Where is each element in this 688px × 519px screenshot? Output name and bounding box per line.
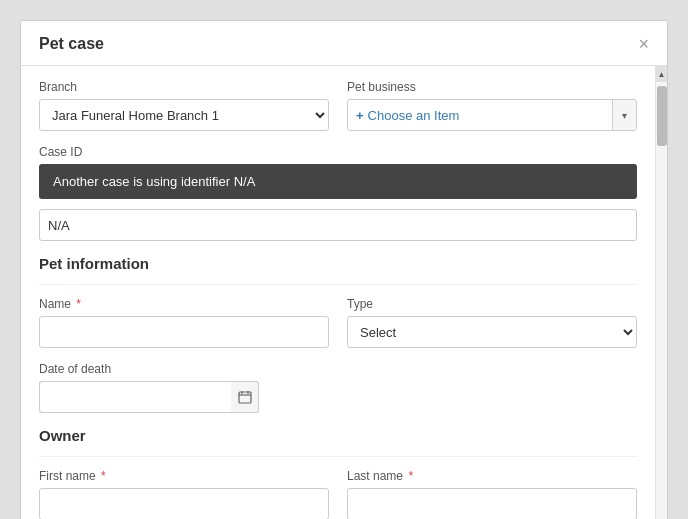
pet-business-inner: + Choose an Item	[348, 100, 612, 130]
date-of-death-label: Date of death	[39, 362, 637, 376]
pet-information-section-title: Pet information	[39, 255, 637, 272]
pet-business-dropdown-arrow[interactable]: ▾	[612, 100, 636, 130]
pet-name-group: Name *	[39, 297, 329, 348]
scrollbar: ▲ ▼	[655, 66, 667, 519]
scrollbar-thumb[interactable]	[657, 86, 667, 146]
case-id-group: Case ID Another case is using identifier…	[39, 145, 637, 241]
date-of-death-input[interactable]	[39, 381, 231, 413]
pet-name-label: Name *	[39, 297, 329, 311]
first-name-label: First name *	[39, 469, 329, 483]
first-name-group: First name *	[39, 469, 329, 519]
case-id-label: Case ID	[39, 145, 637, 159]
scrollbar-track	[656, 82, 667, 519]
pet-name-input[interactable]	[39, 316, 329, 348]
pet-business-group: Pet business + Choose an Item ▾	[347, 80, 637, 131]
calendar-icon[interactable]	[231, 381, 259, 413]
first-name-required-star: *	[98, 469, 106, 483]
svg-rect-0	[239, 392, 251, 403]
owner-section-title: Owner	[39, 427, 637, 444]
last-name-group: Last name *	[347, 469, 637, 519]
date-wrapper	[39, 381, 259, 413]
plus-icon: +	[356, 108, 364, 123]
scrollbar-up-button[interactable]: ▲	[656, 66, 667, 82]
pet-type-group: Type Select Dog Cat Bird Other	[347, 297, 637, 348]
last-name-input[interactable]	[347, 488, 637, 519]
last-name-label: Last name *	[347, 469, 637, 483]
date-of-death-group: Date of death	[39, 362, 637, 413]
name-type-row: Name * Type Select Dog Cat Bird Other	[39, 297, 637, 348]
last-name-required-star: *	[405, 469, 413, 483]
case-id-input[interactable]	[39, 209, 637, 241]
pet-business-label: Pet business	[347, 80, 637, 94]
branch-label: Branch	[39, 80, 329, 94]
branch-select[interactable]: Jara Funeral Home Branch 1	[39, 99, 329, 131]
pet-case-modal: Pet case × Branch Jara Funeral Home Bran…	[20, 20, 668, 519]
name-row: First name * Last name *	[39, 469, 637, 519]
modal-body: Branch Jara Funeral Home Branch 1 Pet bu…	[21, 66, 667, 519]
modal-content: Branch Jara Funeral Home Branch 1 Pet bu…	[21, 66, 655, 519]
pet-info-divider	[39, 284, 637, 285]
modal-header: Pet case ×	[21, 21, 667, 66]
pet-type-label: Type	[347, 297, 637, 311]
pet-business-placeholder: Choose an Item	[368, 108, 460, 123]
calendar-svg	[238, 390, 252, 404]
name-required-star: *	[73, 297, 81, 311]
branch-group: Branch Jara Funeral Home Branch 1	[39, 80, 329, 131]
branch-petbusiness-row: Branch Jara Funeral Home Branch 1 Pet bu…	[39, 80, 637, 131]
close-button[interactable]: ×	[638, 35, 649, 53]
pet-business-wrapper[interactable]: + Choose an Item ▾	[347, 99, 637, 131]
case-id-alert: Another case is using identifier N/A	[39, 164, 637, 199]
modal-title: Pet case	[39, 35, 104, 53]
owner-divider	[39, 456, 637, 457]
first-name-input[interactable]	[39, 488, 329, 519]
pet-type-select[interactable]: Select Dog Cat Bird Other	[347, 316, 637, 348]
